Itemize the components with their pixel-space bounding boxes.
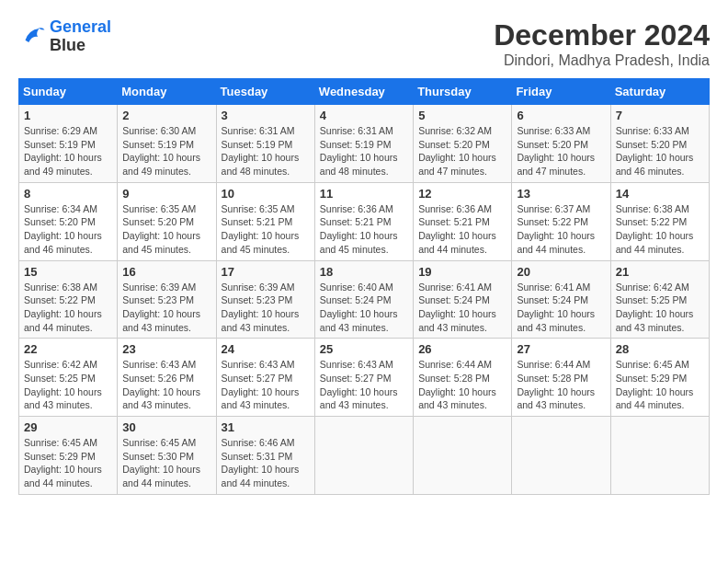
table-row: 30Sunrise: 6:45 AM Sunset: 5:30 PM Dayli… (118, 417, 216, 495)
day-number: 3 (222, 109, 310, 122)
table-row: 11Sunrise: 6:36 AM Sunset: 5:21 PM Dayli… (314, 182, 413, 260)
day-number: 22 (24, 342, 112, 356)
day-number: 23 (122, 342, 210, 356)
day-info-text: Sunrise: 6:31 AM Sunset: 5:19 PM Dayligh… (320, 124, 408, 178)
day-info-text: Sunrise: 6:44 AM Sunset: 5:28 PM Dayligh… (418, 358, 506, 412)
table-row: 1Sunrise: 6:29 AM Sunset: 5:19 PM Daylig… (19, 105, 118, 183)
page-header: GeneralBlue December 2024 Dindori, Madhy… (18, 18, 710, 69)
day-info-text: Sunrise: 6:44 AM Sunset: 5:28 PM Dayligh… (517, 358, 605, 412)
day-info-text: Sunrise: 6:43 AM Sunset: 5:27 PM Dayligh… (222, 358, 310, 412)
table-row: 25Sunrise: 6:43 AM Sunset: 5:27 PM Dayli… (314, 339, 413, 417)
table-row (414, 417, 512, 495)
table-row (512, 417, 610, 495)
day-info-text: Sunrise: 6:36 AM Sunset: 5:21 PM Dayligh… (320, 202, 408, 257)
page-container: GeneralBlue December 2024 Dindori, Madhy… (18, 18, 710, 495)
day-number: 21 (616, 265, 704, 279)
day-number: 4 (320, 109, 408, 122)
day-info-text: Sunrise: 6:45 AM Sunset: 5:29 PM Dayligh… (616, 358, 704, 412)
day-number: 15 (24, 265, 112, 279)
col-saturday: Saturday (610, 79, 709, 105)
table-row: 17Sunrise: 6:39 AM Sunset: 5:23 PM Dayli… (216, 260, 314, 339)
day-info-text: Sunrise: 6:34 AM Sunset: 5:20 PM Dayligh… (24, 202, 112, 257)
table-row: 28Sunrise: 6:45 AM Sunset: 5:29 PM Dayli… (610, 339, 709, 417)
table-row (314, 417, 413, 495)
table-row: 13Sunrise: 6:37 AM Sunset: 5:22 PM Dayli… (512, 182, 610, 260)
day-info-text: Sunrise: 6:38 AM Sunset: 5:22 PM Dayligh… (24, 281, 112, 335)
day-number: 31 (222, 420, 310, 434)
col-wednesday: Wednesday (314, 79, 413, 105)
day-info-text: Sunrise: 6:41 AM Sunset: 5:24 PM Dayligh… (517, 281, 605, 335)
table-row: 10Sunrise: 6:35 AM Sunset: 5:21 PM Dayli… (216, 182, 314, 260)
col-sunday: Sunday (19, 79, 118, 105)
logo: GeneralBlue (18, 18, 111, 55)
month-title: December 2024 (494, 18, 710, 52)
logo-name: GeneralBlue (50, 18, 111, 55)
day-number: 25 (320, 342, 408, 356)
calendar-header-row: Sunday Monday Tuesday Wednesday Thursday… (19, 79, 710, 105)
day-info-text: Sunrise: 6:32 AM Sunset: 5:20 PM Dayligh… (418, 124, 506, 178)
table-row (610, 417, 709, 495)
day-number: 14 (616, 187, 704, 201)
day-info-text: Sunrise: 6:29 AM Sunset: 5:19 PM Dayligh… (24, 124, 112, 178)
day-number: 16 (122, 265, 210, 279)
day-info-text: Sunrise: 6:35 AM Sunset: 5:21 PM Dayligh… (222, 202, 310, 257)
calendar-week-row: 1Sunrise: 6:29 AM Sunset: 5:19 PM Daylig… (19, 105, 710, 183)
day-number: 6 (517, 109, 605, 122)
day-number: 17 (222, 265, 310, 279)
table-row: 31Sunrise: 6:46 AM Sunset: 5:31 PM Dayli… (216, 417, 314, 495)
table-row: 21Sunrise: 6:42 AM Sunset: 5:25 PM Dayli… (610, 260, 709, 339)
day-info-text: Sunrise: 6:43 AM Sunset: 5:26 PM Dayligh… (122, 358, 210, 412)
day-info-text: Sunrise: 6:36 AM Sunset: 5:21 PM Dayligh… (418, 202, 506, 257)
day-info-text: Sunrise: 6:42 AM Sunset: 5:25 PM Dayligh… (616, 281, 704, 335)
col-thursday: Thursday (414, 79, 512, 105)
calendar-week-row: 29Sunrise: 6:45 AM Sunset: 5:29 PM Dayli… (19, 417, 710, 495)
day-info-text: Sunrise: 6:46 AM Sunset: 5:31 PM Dayligh… (222, 436, 310, 490)
day-info-text: Sunrise: 6:39 AM Sunset: 5:23 PM Dayligh… (122, 281, 210, 335)
table-row: 4Sunrise: 6:31 AM Sunset: 5:19 PM Daylig… (314, 105, 413, 183)
table-row: 23Sunrise: 6:43 AM Sunset: 5:26 PM Dayli… (118, 339, 216, 417)
table-row: 9Sunrise: 6:35 AM Sunset: 5:20 PM Daylig… (118, 182, 216, 260)
day-number: 5 (418, 109, 506, 122)
day-number: 1 (24, 109, 112, 122)
table-row: 2Sunrise: 6:30 AM Sunset: 5:19 PM Daylig… (118, 105, 216, 183)
col-friday: Friday (512, 79, 610, 105)
day-info-text: Sunrise: 6:40 AM Sunset: 5:24 PM Dayligh… (320, 281, 408, 335)
table-row: 18Sunrise: 6:40 AM Sunset: 5:24 PM Dayli… (314, 260, 413, 339)
day-number: 28 (616, 342, 704, 356)
day-number: 10 (222, 187, 310, 201)
day-info-text: Sunrise: 6:30 AM Sunset: 5:19 PM Dayligh… (122, 124, 210, 178)
table-row: 5Sunrise: 6:32 AM Sunset: 5:20 PM Daylig… (414, 105, 512, 183)
day-info-text: Sunrise: 6:41 AM Sunset: 5:24 PM Dayligh… (418, 281, 506, 335)
day-number: 19 (418, 265, 506, 279)
day-number: 7 (616, 109, 704, 122)
table-row: 27Sunrise: 6:44 AM Sunset: 5:28 PM Dayli… (512, 339, 610, 417)
col-monday: Monday (118, 79, 216, 105)
day-info-text: Sunrise: 6:39 AM Sunset: 5:23 PM Dayligh… (222, 281, 310, 335)
day-number: 29 (24, 420, 112, 434)
logo-icon (18, 23, 46, 51)
calendar-week-row: 15Sunrise: 6:38 AM Sunset: 5:22 PM Dayli… (19, 260, 710, 339)
day-info-text: Sunrise: 6:35 AM Sunset: 5:20 PM Dayligh… (122, 202, 210, 257)
logo-text-block: GeneralBlue (50, 18, 111, 55)
day-number: 11 (320, 187, 408, 201)
day-number: 2 (122, 109, 210, 122)
day-number: 27 (517, 342, 605, 356)
calendar-week-row: 22Sunrise: 6:42 AM Sunset: 5:25 PM Dayli… (19, 339, 710, 417)
day-info-text: Sunrise: 6:33 AM Sunset: 5:20 PM Dayligh… (517, 124, 605, 178)
table-row: 24Sunrise: 6:43 AM Sunset: 5:27 PM Dayli… (216, 339, 314, 417)
day-info-text: Sunrise: 6:45 AM Sunset: 5:30 PM Dayligh… (122, 436, 210, 490)
day-number: 8 (24, 187, 112, 201)
day-info-text: Sunrise: 6:43 AM Sunset: 5:27 PM Dayligh… (320, 358, 408, 412)
table-row: 6Sunrise: 6:33 AM Sunset: 5:20 PM Daylig… (512, 105, 610, 183)
day-number: 26 (418, 342, 506, 356)
day-number: 12 (418, 187, 506, 201)
table-row: 16Sunrise: 6:39 AM Sunset: 5:23 PM Dayli… (118, 260, 216, 339)
col-tuesday: Tuesday (216, 79, 314, 105)
table-row: 29Sunrise: 6:45 AM Sunset: 5:29 PM Dayli… (19, 417, 118, 495)
day-info-text: Sunrise: 6:31 AM Sunset: 5:19 PM Dayligh… (222, 124, 310, 178)
day-number: 20 (517, 265, 605, 279)
table-row: 14Sunrise: 6:38 AM Sunset: 5:22 PM Dayli… (610, 182, 709, 260)
day-number: 9 (122, 187, 210, 201)
day-number: 18 (320, 265, 408, 279)
day-number: 30 (122, 420, 210, 434)
